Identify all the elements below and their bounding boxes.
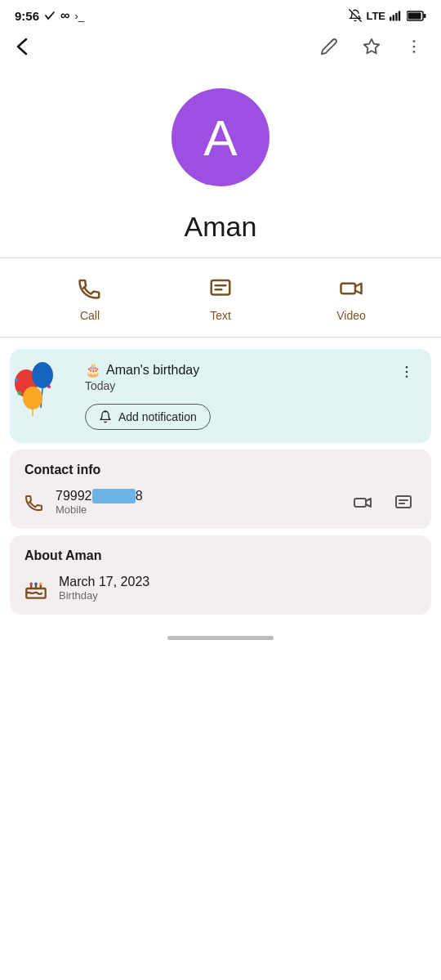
svg-rect-1	[390, 17, 391, 21]
phone-number: 79992XXXXX8	[56, 489, 143, 503]
time-display: 9:56	[15, 9, 39, 23]
svg-point-23	[47, 385, 51, 388]
svg-rect-7	[424, 14, 426, 18]
status-bar: 9:56 ∞ ›_ LTE	[0, 0, 441, 28]
home-indicator	[167, 636, 274, 640]
svg-rect-4	[399, 11, 400, 20]
svg-point-18	[32, 362, 53, 388]
phone-text-button[interactable]	[390, 490, 416, 516]
svg-line-0	[350, 10, 362, 22]
birthday-date: Today	[85, 379, 395, 392]
svg-point-39	[34, 582, 38, 585]
birthday-card: 🎂 Aman's birthday Today Add notification	[10, 349, 431, 443]
bell-plus-icon	[99, 410, 112, 423]
svg-point-25	[406, 366, 408, 369]
about-birthday-row: March 17, 2023 Birthday	[24, 575, 416, 602]
phone-row: 79992XXXXX8 Mobile	[24, 489, 416, 516]
signal-icon	[390, 10, 403, 21]
text-label: Text	[210, 309, 231, 322]
more-options-button[interactable]	[402, 34, 426, 59]
contact-info-card: Contact info 79992XXXXX8 Mobile	[10, 450, 431, 529]
avatar-initial: A	[203, 109, 237, 167]
contact-name: Aman	[0, 211, 441, 243]
video-label: Video	[336, 309, 366, 322]
action-bar	[0, 28, 441, 65]
svg-marker-8	[364, 39, 379, 53]
balloons-decoration	[8, 357, 67, 416]
actions-row: Call Text Video	[0, 258, 441, 337]
svg-point-40	[39, 582, 42, 585]
svg-rect-30	[354, 499, 366, 507]
birthday-title: 🎂 Aman's birthday	[85, 362, 395, 378]
phone-type: Mobile	[56, 503, 143, 516]
back-button[interactable]	[11, 34, 39, 59]
call-button[interactable]	[74, 273, 105, 304]
infinity-icon: ∞	[60, 8, 69, 23]
svg-point-22	[18, 392, 22, 396]
video-action: Video	[336, 273, 367, 322]
contact-info-title: Contact info	[24, 463, 416, 477]
svg-point-20	[23, 387, 42, 409]
svg-point-10	[413, 46, 416, 48]
svg-point-26	[406, 371, 408, 374]
about-card: About Aman March 17, 2023 Birthday	[10, 535, 431, 615]
add-notification-label: Add notification	[118, 410, 197, 423]
svg-rect-3	[395, 13, 397, 21]
birthday-title-text: Aman's birthday	[106, 363, 199, 378]
phone-icon	[24, 493, 44, 512]
about-title: About Aman	[24, 548, 416, 563]
about-birthday-details: March 17, 2023 Birthday	[59, 575, 149, 602]
phone-left: 79992XXXXX8 Mobile	[24, 489, 143, 516]
phone-redacted: XXXXX	[92, 489, 136, 503]
action-bar-right	[317, 34, 426, 59]
contact-name-section: Aman	[0, 201, 441, 257]
favorite-button[interactable]	[359, 34, 384, 59]
phone-details: 79992XXXXX8 Mobile	[56, 489, 143, 516]
phone-video-button[interactable]	[350, 490, 376, 516]
check-icon	[44, 11, 56, 20]
avatar-section: A	[0, 65, 441, 201]
add-notification-button[interactable]: Add notification	[85, 404, 211, 430]
edit-button[interactable]	[317, 34, 341, 59]
svg-rect-2	[393, 15, 394, 20]
birthday-info: 🎂 Aman's birthday Today	[85, 362, 395, 392]
birthday-header: 🎂 Aman's birthday Today	[23, 362, 418, 392]
avatar: A	[172, 88, 270, 186]
svg-rect-15	[341, 284, 356, 294]
terminal-icon: ›_	[74, 10, 84, 22]
text-button[interactable]	[205, 273, 236, 304]
phone-quick-actions	[350, 490, 416, 516]
svg-point-11	[413, 51, 416, 53]
birthday-label: Birthday	[59, 589, 149, 602]
birthday-value: March 17, 2023	[59, 575, 149, 589]
svg-point-9	[413, 40, 416, 43]
lte-label: LTE	[366, 10, 385, 22]
status-time: 9:56 ∞ ›_	[15, 8, 84, 23]
svg-point-24	[15, 378, 18, 382]
birthday-emoji: 🎂	[85, 362, 101, 378]
birthday-cake-icon	[24, 577, 47, 600]
svg-rect-31	[396, 496, 411, 508]
video-button[interactable]	[336, 273, 367, 304]
status-indicators: LTE	[349, 9, 426, 22]
divider-bottom	[0, 337, 441, 338]
bottom-bar	[0, 621, 441, 648]
call-action: Call	[74, 273, 105, 322]
battery-icon	[407, 11, 426, 21]
bell-muted-icon	[349, 9, 362, 22]
text-action: Text	[205, 273, 236, 322]
call-label: Call	[80, 309, 100, 322]
svg-rect-6	[408, 12, 421, 19]
svg-point-38	[29, 582, 33, 585]
birthday-more-button[interactable]	[395, 362, 418, 382]
svg-rect-12	[212, 280, 230, 295]
svg-point-27	[406, 376, 408, 378]
